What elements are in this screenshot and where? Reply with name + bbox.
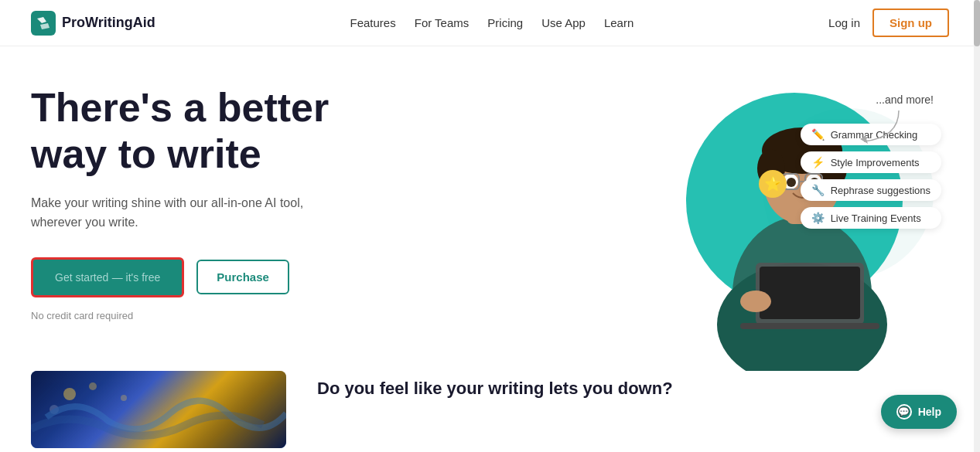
feature-pill-rephrase: 🔧 Rephrase suggestions: [801, 179, 941, 201]
logo-text: ProWritingAid: [62, 15, 155, 31]
bottom-question: Do you feel like your writing lets you d…: [317, 379, 673, 399]
pencil-icon: ✏️: [811, 128, 825, 141]
scrollbar[interactable]: [974, 0, 980, 452]
wrench-icon: 🔧: [811, 184, 825, 196]
nav-for-teams[interactable]: For Teams: [415, 16, 470, 29]
svg-point-22: [121, 395, 127, 401]
nav-links: Features For Teams Pricing Use App Learn: [350, 16, 634, 29]
bottom-right: Do you feel like your writing lets you d…: [317, 371, 673, 399]
star-badge: ⭐: [759, 170, 787, 198]
nav-learn[interactable]: Learn: [604, 16, 633, 29]
hero-left: There's a better way to write Make your …: [31, 77, 536, 371]
help-button[interactable]: 💬 Help: [881, 395, 957, 429]
scrollbar-thumb[interactable]: [974, 0, 980, 46]
purchase-button[interactable]: Purchase: [196, 260, 289, 294]
svg-rect-5: [740, 323, 879, 329]
nav-actions: Log in Sign up: [828, 8, 949, 37]
nav-pricing[interactable]: Pricing: [487, 16, 523, 29]
svg-point-18: [740, 291, 771, 312]
chat-icon: 💬: [896, 404, 912, 420]
bottom-section: Do you feel like your writing lets you d…: [0, 371, 980, 452]
hero-buttons: Get started — it's free Purchase: [31, 257, 536, 297]
lightning-icon: ⚡: [811, 156, 825, 168]
logo[interactable]: ProWritingAid: [31, 11, 155, 36]
svg-rect-4: [760, 267, 860, 319]
logo-icon: [31, 11, 56, 36]
hero-title: There's a better way to write: [31, 85, 536, 178]
gear-icon: ⚙️: [811, 212, 825, 224]
svg-point-13: [787, 178, 796, 187]
login-link[interactable]: Log in: [828, 16, 860, 29]
and-more-text: ...and more!: [876, 93, 934, 106]
and-more-area: ...and more!: [876, 93, 934, 107]
feature-pill-training: ⚙️ Live Training Events: [801, 207, 941, 229]
hero-section: There's a better way to write Make your …: [0, 46, 980, 371]
signup-button[interactable]: Sign up: [872, 8, 949, 37]
svg-point-21: [89, 382, 97, 390]
nav-use-app[interactable]: Use App: [541, 16, 586, 29]
navbar: ProWritingAid Features For Teams Pricing…: [0, 0, 980, 46]
hero-subtitle: Make your writing shine with our all-in-…: [31, 193, 325, 233]
get-started-button[interactable]: Get started — it's free: [31, 257, 184, 297]
feature-pill-style: ⚡ Style Improvements: [801, 151, 941, 173]
no-credit-text: No credit card required: [31, 310, 536, 321]
nav-features[interactable]: Features: [350, 16, 396, 29]
help-label: Help: [918, 406, 941, 418]
hero-right: ...and more! ⭐ ✏️ Grammar Checking ⚡ Sty…: [536, 77, 949, 371]
svg-point-20: [63, 388, 76, 400]
svg-rect-0: [31, 11, 56, 36]
starry-night-image: [31, 371, 286, 448]
svg-marker-19: [860, 136, 868, 144]
